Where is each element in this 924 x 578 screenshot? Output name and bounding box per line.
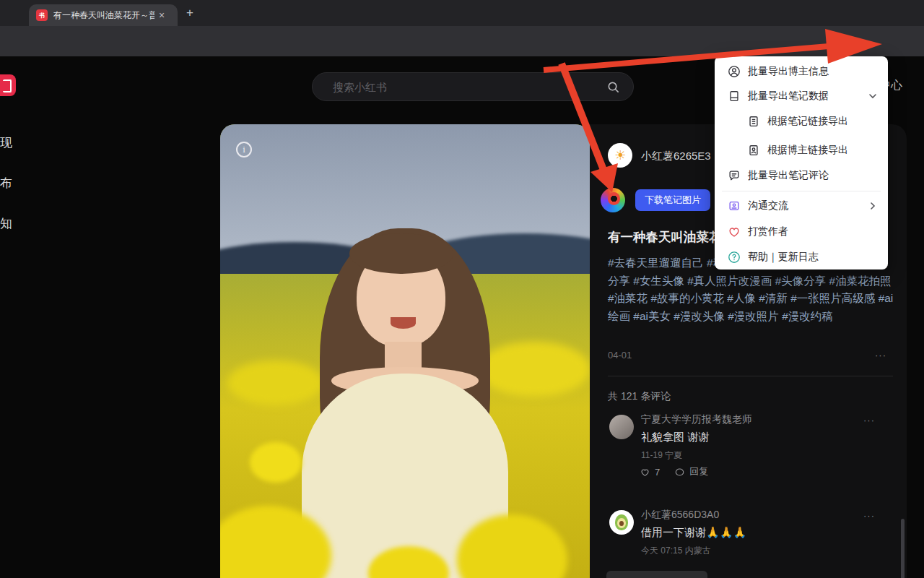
commenter-avatar[interactable] bbox=[609, 415, 634, 439]
reply-icon[interactable] bbox=[674, 467, 685, 478]
search-bar[interactable] bbox=[312, 72, 634, 101]
heart-icon bbox=[728, 225, 741, 238]
commenter-name[interactable]: 小红薯6566D3A0 bbox=[641, 509, 719, 522]
browser-tab-bar: 书 有一种春天叫油菜花开～普通图 × + bbox=[0, 0, 924, 26]
menu-item-export-note-comments[interactable]: 批量导出笔记评论 bbox=[715, 163, 888, 188]
note-photo[interactable]: i bbox=[220, 124, 590, 578]
contact-card-icon bbox=[728, 199, 741, 212]
menu-item-export-by-blogger-link[interactable]: 根据博主链接导出 bbox=[715, 138, 888, 163]
photo-flowers bbox=[479, 342, 590, 396]
search-input[interactable] bbox=[333, 81, 606, 93]
comments-count: 共 121 条评论 bbox=[608, 390, 671, 403]
menu-item-tip-author[interactable]: 打赏作者 bbox=[715, 220, 888, 244]
sidebar-item-discover[interactable]: 现 bbox=[0, 134, 12, 151]
author-name[interactable]: 小红薯6265E3 bbox=[641, 150, 711, 163]
comment-text: 借用一下谢谢🙏🙏🙏 bbox=[641, 526, 746, 540]
screen: 书 有一种春天叫油菜花开～普通图 × + xiaohongshu.com/exp… bbox=[0, 0, 924, 578]
user-note-icon bbox=[747, 144, 760, 157]
divider bbox=[608, 376, 893, 376]
menu-item-export-note-data[interactable]: 批量导出笔记数据 bbox=[715, 84, 888, 108]
panel-scrollbar[interactable] bbox=[901, 519, 905, 578]
like-count: 7 bbox=[655, 467, 660, 478]
menu-item-export-by-note-link[interactable]: 根据笔记链接导出 bbox=[715, 109, 888, 134]
sidebar-item-publish[interactable]: 布 bbox=[0, 175, 12, 191]
extension-dropdown-menu: 批量导出博主信息 批量导出笔记数据 根据笔记链接导出 根据博主链接导出 批 bbox=[715, 56, 888, 269]
reply-label[interactable]: 回复 bbox=[689, 465, 708, 478]
commenter-avatar[interactable] bbox=[609, 510, 634, 535]
note-link-icon bbox=[747, 115, 760, 128]
photo-person-smile bbox=[391, 317, 417, 329]
chevron-down-icon bbox=[868, 91, 878, 101]
menu-item-contact[interactable]: 沟通交流 bbox=[715, 194, 888, 218]
menu-divider bbox=[722, 191, 881, 191]
note-more-icon[interactable]: ··· bbox=[875, 350, 886, 361]
browser-toolbar: xiaohongshu.com/explore/660a994e00000000… bbox=[0, 26, 924, 56]
photo-flowers bbox=[227, 361, 323, 406]
comment-more-icon[interactable]: ··· bbox=[863, 415, 875, 426]
download-note-images-button[interactable]: 下载笔记图片 bbox=[635, 189, 710, 211]
comment-bubble-icon bbox=[728, 169, 741, 182]
photo-person-bangs bbox=[349, 233, 453, 275]
browser-tab[interactable]: 书 有一种春天叫油菜花开～普通图 × bbox=[29, 4, 178, 26]
author-avatar[interactable]: ☀ bbox=[608, 143, 632, 168]
extension-inpage-icon[interactable] bbox=[601, 188, 625, 212]
search-icon[interactable] bbox=[606, 80, 620, 94]
chevron-right-icon bbox=[868, 201, 878, 211]
next-comment-stub bbox=[606, 571, 707, 578]
like-icon[interactable] bbox=[640, 467, 650, 478]
note-icon bbox=[728, 90, 741, 103]
tab-close-icon[interactable]: × bbox=[159, 10, 165, 20]
new-tab-button[interactable]: + bbox=[186, 6, 193, 20]
photo-foreground-flowers bbox=[250, 442, 302, 483]
menu-item-help-changelog[interactable]: 帮助｜更新日志 bbox=[715, 245, 888, 269]
xiaohongshu-favicon: 书 bbox=[36, 9, 48, 21]
tab-title: 有一种春天叫油菜花开～普通图 bbox=[53, 9, 154, 22]
comment-item: 小红薯6566D3A0 ··· 借用一下谢谢🙏🙏🙏 今天 07:15 内蒙古 bbox=[590, 509, 907, 566]
comment-meta: 今天 07:15 内蒙古 bbox=[641, 545, 711, 557]
comment-item: 宁夏大学学历报考魏老师 ··· 礼貌拿图 谢谢 11-19 宁夏 7 回复 bbox=[590, 413, 907, 483]
sidebar-item-notifications[interactable]: 知 bbox=[0, 215, 12, 232]
help-icon bbox=[728, 251, 741, 264]
commenter-name[interactable]: 宁夏大学学历报考魏老师 bbox=[641, 413, 752, 426]
menu-item-export-blogger-info[interactable]: 批量导出博主信息 bbox=[715, 59, 888, 84]
comment-more-icon[interactable]: ··· bbox=[863, 510, 875, 521]
comment-text: 礼貌拿图 谢谢 bbox=[641, 431, 709, 444]
user-circle-icon bbox=[728, 65, 741, 78]
note-date: 04-01 bbox=[608, 350, 632, 361]
xiaohongshu-logo[interactable] bbox=[0, 74, 16, 96]
comment-meta: 11-19 宁夏 bbox=[641, 449, 682, 462]
image-info-icon[interactable]: i bbox=[236, 142, 252, 158]
